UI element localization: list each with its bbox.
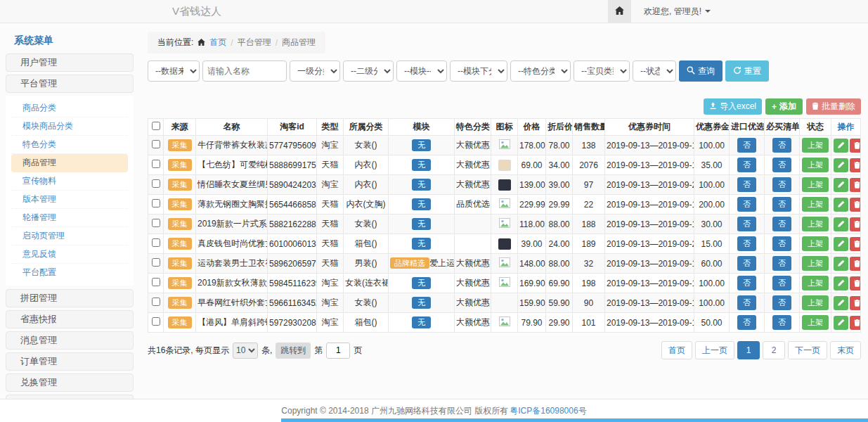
must-buy-toggle[interactable]: 否	[772, 256, 791, 271]
must-buy-toggle[interactable]: 否	[772, 276, 791, 290]
status-button[interactable]: 上架	[802, 256, 829, 271]
filter-module-select[interactable]: --模块--	[396, 60, 447, 82]
delete-button[interactable]	[850, 316, 861, 330]
filter-module-sub-select[interactable]: --模块下分类--	[450, 60, 507, 82]
edit-button[interactable]	[834, 217, 848, 231]
filter-category-1-select[interactable]: 一级分类	[290, 60, 340, 82]
import-select-toggle[interactable]: 否	[737, 177, 756, 192]
add-button[interactable]: + 添加	[765, 98, 803, 115]
filter-category-2-select[interactable]: --二级分类--	[343, 60, 394, 82]
page-size-select[interactable]: 10	[233, 343, 258, 359]
edit-button[interactable]	[834, 139, 848, 153]
status-button[interactable]: 上架	[802, 315, 829, 330]
sidebar-group-16[interactable]: 兑换管理	[6, 373, 134, 392]
import-select-toggle[interactable]: 否	[737, 276, 756, 290]
filter-feature-select[interactable]: --特色分类--	[510, 60, 571, 82]
jump-button[interactable]: 跳转到	[276, 343, 311, 359]
must-buy-toggle[interactable]: 否	[772, 236, 791, 251]
edit-button[interactable]	[834, 198, 848, 212]
page-button-2[interactable]: 1	[737, 341, 760, 359]
page-button-0[interactable]: 首页	[661, 341, 692, 359]
delete-button[interactable]	[850, 139, 861, 153]
sidebar-item-8[interactable]: 轮播管理	[11, 209, 128, 227]
edit-button[interactable]	[834, 257, 848, 271]
delete-button[interactable]	[850, 296, 861, 310]
must-buy-toggle[interactable]: 否	[772, 138, 791, 153]
batch-delete-button[interactable]: 批量删除	[806, 98, 861, 115]
must-buy-toggle[interactable]: 否	[772, 295, 791, 310]
row-checkbox[interactable]	[152, 298, 160, 306]
import-select-toggle[interactable]: 否	[737, 315, 756, 330]
filter-name-input[interactable]	[202, 60, 287, 82]
status-button[interactable]: 上架	[802, 138, 829, 153]
row-checkbox[interactable]	[152, 238, 160, 247]
delete-button[interactable]	[850, 217, 861, 231]
delete-button[interactable]	[850, 257, 861, 271]
delete-button[interactable]	[850, 178, 861, 192]
sidebar-item-4[interactable]: 特色分类	[11, 136, 128, 154]
user-menu[interactable]: 欢迎您, 管理员!	[644, 6, 711, 18]
filter-item-type-select[interactable]: --宝贝类型--	[574, 60, 630, 82]
reset-button[interactable]: 重置	[725, 60, 769, 82]
status-button[interactable]: 上架	[802, 236, 829, 251]
edit-button[interactable]	[834, 316, 848, 330]
must-buy-toggle[interactable]: 否	[772, 197, 791, 212]
status-button[interactable]: 上架	[802, 158, 829, 172]
sidebar-item-7[interactable]: 版本管理	[11, 191, 128, 209]
search-button[interactable]: 查询	[679, 60, 723, 82]
import-select-toggle[interactable]: 否	[737, 295, 756, 310]
delete-button[interactable]	[850, 237, 861, 251]
row-checkbox[interactable]	[152, 317, 160, 326]
filter-status-select[interactable]: --状态--	[633, 60, 676, 82]
jump-page-input[interactable]	[326, 343, 350, 359]
icp-link[interactable]: 粤ICP备16098006号	[510, 405, 586, 417]
import-select-toggle[interactable]: 否	[737, 158, 756, 172]
must-buy-toggle[interactable]: 否	[772, 217, 791, 231]
import-select-toggle[interactable]: 否	[737, 256, 756, 271]
edit-button[interactable]	[834, 296, 848, 310]
row-checkbox[interactable]	[152, 219, 160, 227]
row-checkbox[interactable]	[152, 140, 160, 148]
page-button-1[interactable]: 上一页	[695, 341, 734, 359]
status-button[interactable]: 上架	[802, 295, 829, 310]
sidebar-item-2[interactable]: 商品分类	[11, 99, 128, 117]
sidebar-item-11[interactable]: 平台配置	[11, 264, 128, 282]
page-button-5[interactable]: 末页	[830, 341, 861, 359]
row-checkbox[interactable]	[152, 179, 160, 188]
status-button[interactable]: 上架	[802, 276, 829, 290]
delete-button[interactable]	[850, 276, 861, 290]
must-buy-toggle[interactable]: 否	[772, 315, 791, 330]
filter-data-source-select[interactable]: --数据来源--	[148, 60, 200, 82]
sidebar-item-3[interactable]: 模块商品分类	[11, 117, 128, 136]
status-button[interactable]: 上架	[802, 177, 829, 192]
row-checkbox[interactable]	[152, 278, 160, 286]
import-select-toggle[interactable]: 否	[737, 197, 756, 212]
sidebar-item-10[interactable]: 意见反馈	[11, 245, 128, 264]
breadcrumb-home-link[interactable]: 首页	[209, 37, 226, 49]
sidebar-group-13[interactable]: 省惠快报	[6, 310, 134, 328]
sidebar-group-12[interactable]: 拼团管理	[6, 289, 134, 307]
delete-button[interactable]	[850, 198, 861, 212]
sidebar-item-9[interactable]: 启动页管理	[11, 227, 128, 245]
sidebar-group-1[interactable]: 平台管理	[6, 75, 134, 93]
select-all-checkbox[interactable]	[152, 122, 160, 130]
status-button[interactable]: 上架	[802, 197, 829, 212]
import-select-toggle[interactable]: 否	[737, 217, 756, 231]
import-select-toggle[interactable]: 否	[737, 236, 756, 251]
must-buy-toggle[interactable]: 否	[772, 158, 791, 172]
page-button-4[interactable]: 下一页	[788, 341, 827, 359]
edit-button[interactable]	[834, 276, 848, 290]
row-checkbox[interactable]	[152, 258, 160, 267]
sidebar-group-0[interactable]: 用户管理	[6, 53, 134, 72]
edit-button[interactable]	[834, 158, 848, 172]
import-excel-button[interactable]: 导入excel	[704, 98, 762, 115]
home-button[interactable]	[608, 0, 631, 23]
must-buy-toggle[interactable]: 否	[772, 177, 791, 192]
sidebar-group-15[interactable]: 订单管理	[6, 352, 134, 371]
sidebar-group-14[interactable]: 消息管理	[6, 331, 134, 350]
edit-button[interactable]	[834, 178, 848, 192]
sidebar-item-6[interactable]: 宣传物料	[11, 172, 128, 191]
import-select-toggle[interactable]: 否	[737, 138, 756, 153]
edit-button[interactable]	[834, 237, 848, 251]
row-checkbox[interactable]	[152, 199, 160, 207]
